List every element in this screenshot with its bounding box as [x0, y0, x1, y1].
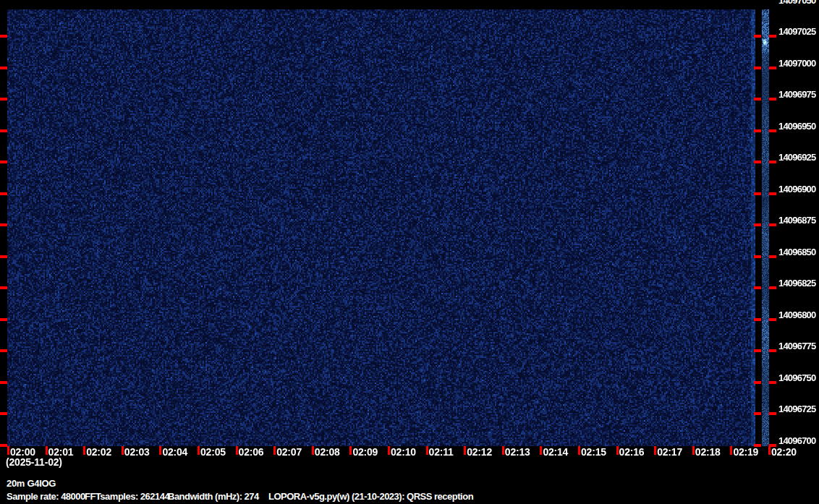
frequency-label: 14096775	[778, 341, 819, 352]
bandwidth-label: Bandwidth (mHz): 274	[168, 491, 259, 502]
frequency-tick-right-outer	[769, 98, 776, 101]
time-label: 02:04	[162, 447, 187, 457]
time-label: 02:12	[467, 447, 492, 457]
time-label: 02:01	[48, 447, 74, 457]
time-label: 02:06	[239, 447, 264, 457]
time-label: 02:16	[619, 447, 645, 457]
frequency-tick-left	[0, 255, 7, 258]
time-tick	[616, 446, 619, 455]
time-tick	[7, 446, 9, 455]
time-label: 02:00	[10, 447, 35, 457]
frequency-tick-right-outer	[769, 255, 776, 258]
time-tick	[578, 446, 580, 455]
frequency-tick-right-inner	[754, 161, 761, 163]
time-label: 02:08	[315, 447, 340, 457]
frequency-tick-right-outer	[769, 412, 776, 415]
frequency-tick-right-inner	[754, 255, 761, 258]
frequency-tick-right-inner	[754, 381, 761, 384]
frequency-label: 14097050	[778, 0, 819, 7]
frequency-tick-right-inner	[754, 98, 761, 101]
live-spectrum-strip	[762, 9, 769, 446]
time-label: 02:20	[771, 447, 797, 457]
time-label: 02:14	[543, 447, 568, 457]
fft-samples-label: FFTsamples: 262144	[85, 491, 169, 502]
frequency-tick-left	[0, 35, 7, 38]
frequency-tick-left	[0, 412, 7, 415]
frequency-tick-right-inner	[754, 286, 761, 289]
frequency-tick-right-inner	[754, 35, 761, 38]
time-tick	[273, 446, 276, 455]
time-tick	[540, 446, 542, 455]
frequency-tick-right-outer	[769, 318, 776, 321]
time-tick	[312, 446, 314, 455]
frequency-tick-right-outer	[769, 129, 776, 132]
time-label: 02:11	[429, 447, 454, 457]
date-label: (2025-11-02)	[6, 456, 62, 468]
frequency-tick-right-inner	[754, 223, 761, 226]
frequency-tick-right-outer	[769, 35, 776, 38]
frequency-tick-left	[0, 286, 7, 289]
frequency-tick-left	[0, 318, 7, 321]
frequency-label: 14096750	[778, 372, 819, 384]
time-label: 02:10	[391, 447, 416, 457]
time-label: 02:19	[733, 447, 758, 457]
time-tick	[464, 446, 466, 455]
frequency-tick-right-outer	[769, 67, 776, 69]
time-tick	[502, 446, 504, 455]
sample-rate-label: Sample rate: 48000	[7, 491, 85, 502]
frequency-label: 14096800	[778, 309, 819, 321]
frequency-tick-left	[0, 67, 7, 69]
time-tick	[768, 446, 771, 455]
time-label: 02:07	[276, 447, 302, 457]
time-tick	[654, 446, 656, 455]
frequency-tick-right-outer	[769, 192, 776, 195]
time-tick	[426, 446, 428, 455]
frequency-label: 14096950	[778, 121, 819, 132]
frequency-label: 14096825	[778, 278, 819, 289]
qrss-grabber-display: 1409705014097025140970001409697514096950…	[0, 0, 819, 504]
frequency-tick-right-inner	[754, 349, 761, 352]
frequency-tick-right-outer	[769, 223, 776, 226]
station-label: 20m G4IOG	[7, 478, 56, 489]
frequency-tick-right-outer	[769, 161, 776, 163]
frequency-label: 14096700	[778, 435, 819, 447]
frequency-label: 14096900	[778, 184, 819, 195]
frequency-tick-right-outer	[769, 349, 776, 352]
waterfall-spectrogram	[7, 9, 755, 446]
frequency-label: 14097025	[778, 26, 819, 38]
frequency-label: 14096975	[778, 89, 819, 101]
time-tick	[730, 446, 732, 455]
time-label: 02:13	[505, 447, 530, 457]
frequency-label: 14096850	[778, 247, 819, 258]
time-tick	[46, 446, 48, 455]
time-tick	[388, 446, 390, 455]
frequency-label: 14096925	[778, 152, 819, 163]
software-version-label: LOPORA-v5g.py(w) (21-10-2023): QRSS rece…	[268, 491, 473, 502]
time-label: 02:03	[124, 447, 150, 457]
time-tick	[159, 446, 161, 455]
time-label: 02:18	[695, 447, 721, 457]
time-tick	[349, 446, 352, 455]
frequency-tick-left	[0, 161, 7, 163]
frequency-tick-left	[0, 349, 7, 352]
time-tick	[236, 446, 238, 455]
frequency-label: 14096725	[778, 403, 819, 415]
frequency-label: 14097000	[778, 58, 819, 69]
time-label: 02:17	[657, 447, 682, 457]
frequency-tick-left	[0, 444, 7, 447]
frequency-tick-right-inner	[754, 67, 761, 69]
frequency-tick-left	[0, 192, 7, 195]
frequency-tick-right-outer	[769, 381, 776, 384]
time-tick	[692, 446, 695, 455]
frequency-tick-left	[0, 381, 7, 384]
time-label: 02:05	[200, 447, 226, 457]
time-label: 02:02	[86, 447, 111, 457]
frequency-tick-left	[0, 98, 7, 101]
frequency-tick-left	[0, 223, 7, 226]
time-tick	[83, 446, 85, 455]
time-tick	[122, 446, 124, 455]
time-label: 02:15	[581, 447, 606, 457]
frequency-tick-right-inner	[754, 412, 761, 415]
frequency-label: 14096875	[778, 215, 819, 226]
frequency-tick-left	[0, 129, 7, 132]
